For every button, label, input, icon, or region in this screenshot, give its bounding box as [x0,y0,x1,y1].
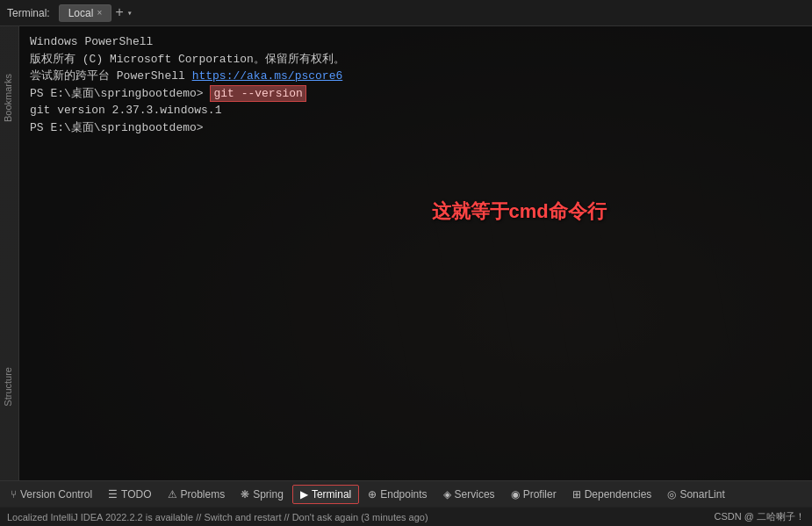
status-text-right: CSDN @ 二哈喇子！ [715,510,805,523]
terminal-line-6: PS E:\桌面\springbootdemo> [30,119,801,137]
todo-label: TODO [121,488,151,501]
pscore-link[interactable]: https://aka.ms/pscore6 [192,69,343,83]
terminal-icon: ▶ [300,488,308,501]
spring-icon: ❋ [241,488,249,501]
tab-dropdown-button[interactable]: ▾ [127,8,133,18]
terminal-line-4: PS E:\桌面\springbootdemo> git --version [30,85,801,103]
toolbar-services[interactable]: ◈ Services [436,486,502,503]
sonarlint-label: SonarLint [679,488,724,501]
toolbar-todo[interactable]: ☰ TODO [101,486,158,503]
endpoints-label: Endpoints [380,488,427,501]
toolbar-spring[interactable]: ❋ Spring [234,486,291,503]
terminal-tab-label: Terminal [312,488,351,501]
toolbar-dependencies[interactable]: ⊞ Dependencies [565,486,659,503]
profiler-icon: ◉ [511,488,520,501]
sidebar-structure[interactable]: Structure [0,364,16,410]
services-icon: ◈ [443,488,451,501]
sonarlint-icon: ◎ [667,488,676,501]
version-control-icon: ⑂ [11,488,17,501]
toolbar-terminal[interactable]: ▶ Terminal [292,485,359,504]
status-text-left[interactable]: Localized IntelliJ IDEA 2022.2.2 is avai… [7,512,708,522]
bottom-toolbar: ⑂ Version Control ☰ TODO ⚠ Problems ❋ Sp… [0,480,812,507]
terminal-line-1: Windows PowerShell [30,33,801,51]
terminal-content[interactable]: Windows PowerShell 版权所有 (C) Microsoft Co… [19,26,812,480]
terminal-tab-close[interactable]: × [97,8,102,18]
terminal-tab-local-label: Local [68,7,94,19]
toolbar-version-control[interactable]: ⑂ Version Control [4,486,99,503]
problems-icon: ⚠ [168,488,177,501]
services-label: Services [455,488,495,501]
toolbar-sonarlint[interactable]: ◎ SonarLint [660,486,731,503]
left-sidebar: Bookmarks Structure [0,26,19,480]
terminal-tabbar: Terminal: Local × + ▾ [0,0,812,26]
terminal-line-2: 版权所有 (C) Microsoft Corporation。保留所有权利。 [30,51,801,68]
sidebar-bookmarks[interactable]: Bookmarks [0,70,16,126]
toolbar-endpoints[interactable]: ⊕ Endpoints [361,486,434,503]
terminal-label: Terminal: [7,7,50,19]
dependencies-label: Dependencies [585,488,652,501]
terminal-line-5: git version 2.37.3.windows.1 [30,102,801,119]
new-tab-button[interactable]: + [115,6,124,20]
profiler-label: Profiler [523,488,557,501]
terminal-tab-local[interactable]: Local × [59,4,112,22]
dependencies-icon: ⊞ [572,488,581,501]
toolbar-problems[interactable]: ⚠ Problems [161,486,233,503]
annotation-text: 这就等于cmd命令行 [432,198,607,225]
prompt-1: PS E:\桌面\springbootdemo> [30,87,204,100]
status-bar: Localized IntelliJ IDEA 2022.2.2 is avai… [0,507,812,526]
terminal-line-3: 尝试新的跨平台 PowerShell https://aka.ms/pscore… [30,68,801,85]
main-content: Bookmarks Structure Windows PowerShell 版… [0,26,812,480]
toolbar-profiler[interactable]: ◉ Profiler [504,486,564,503]
spring-label: Spring [253,488,284,501]
endpoints-icon: ⊕ [368,488,377,501]
prompt-2: PS E:\桌面\springbootdemo> [30,121,204,134]
git-command: git --version [210,85,305,102]
todo-icon: ☰ [108,488,118,501]
version-control-label: Version Control [20,488,92,501]
problems-label: Problems [181,488,226,501]
